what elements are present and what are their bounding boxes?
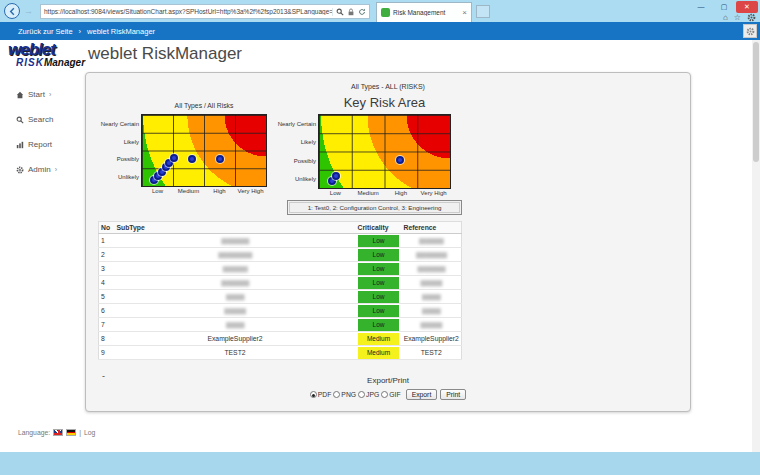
star-icon[interactable]: ☆ [734, 13, 741, 22]
page-title: weblet RiskManager [88, 44, 242, 64]
format-radio-pdf[interactable]: PDF [310, 391, 332, 398]
gear-icon [16, 166, 24, 174]
chevron-right-icon: › [49, 91, 51, 98]
criticality-badge: Medium [358, 347, 400, 359]
table-cell-value: ████████ [419, 238, 443, 244]
radio-icon[interactable] [381, 391, 388, 398]
print-button[interactable]: Print [440, 389, 466, 400]
refresh-icon[interactable] [358, 8, 366, 16]
address-bar[interactable]: https://localhost:9084/views/SituationCh… [40, 4, 370, 19]
close-button[interactable]: ✕ [736, 1, 758, 13]
browser-forward-button[interactable]: → [24, 6, 33, 16]
table-header-row: No SubType Criticality Reference [99, 222, 462, 234]
radio-icon[interactable] [333, 391, 340, 398]
chart-title-key-risk-area: Key Risk Area [318, 95, 451, 110]
x-axis-label: Low [152, 186, 163, 194]
table-row[interactable]: 8ExampleSupplier2MediumExampleSupplier2 [99, 332, 462, 346]
y-axis-label: Possibly [117, 156, 142, 162]
tab-favicon [381, 8, 390, 17]
criticality-badge: Low [358, 305, 400, 317]
maximize-button[interactable]: ▢ [713, 1, 735, 13]
format-label: PNG [341, 391, 356, 398]
gear-icon[interactable] [747, 13, 756, 22]
criticality-badge: Low [358, 319, 400, 331]
logo-manager: Manager [44, 57, 85, 68]
table-cell-value: 5 [101, 293, 105, 300]
criticality-badge: Low [358, 235, 400, 247]
format-label: PDF [318, 391, 332, 398]
format-radio-gif[interactable]: GIF [381, 391, 400, 398]
table-row[interactable]: 9TEST2MediumTEST2 [99, 346, 462, 360]
y-axis-label: Likely [301, 139, 319, 145]
scrollbar-thumb[interactable] [753, 42, 759, 162]
table-row[interactable]: 6███████Low██████ [99, 304, 462, 318]
search-icon[interactable] [336, 8, 344, 16]
table-row[interactable]: 5██████Low██████ [99, 290, 462, 304]
y-axis-label: Nearly Certain [278, 121, 319, 127]
german-flag-icon[interactable] [66, 429, 76, 436]
settings-button[interactable] [743, 24, 757, 38]
sidebar-item-label: Admin [28, 165, 51, 174]
browser-back-button[interactable] [4, 3, 20, 19]
page-scrollbar[interactable] [752, 40, 760, 452]
format-radio-jpg[interactable]: JPG [358, 391, 379, 398]
table-cell-value: █████████ [221, 280, 248, 286]
column-header-no: No [99, 222, 115, 234]
sidebar-item-start[interactable]: Start › [16, 90, 80, 99]
home-icon [16, 91, 24, 99]
table-cell-value: ██████ [226, 322, 244, 328]
new-tab-button[interactable] [476, 5, 490, 18]
table-row[interactable]: 2███████████Low██████████ [99, 248, 462, 262]
minimize-button[interactable]: — [690, 1, 712, 13]
risk-data-point[interactable] [188, 155, 196, 163]
risk-data-point[interactable] [216, 155, 224, 163]
criticality-badge: Low [358, 249, 400, 261]
criticality-badge: Low [358, 263, 400, 275]
criticality-badge: Medium [358, 333, 400, 345]
table-row[interactable]: 3████████Low█████████ [99, 262, 462, 276]
table-cell-value: ███████ [421, 280, 442, 286]
browser-tab[interactable]: Risk Management × [376, 2, 472, 22]
format-radio-png[interactable]: PNG [333, 391, 356, 398]
chart-title-all-types: All Types / All Risks [141, 102, 267, 109]
table-cell-value: ███████████ [218, 252, 251, 258]
risk-data-point[interactable] [170, 154, 178, 162]
back-to-site-link[interactable]: Zurück zur Seite [18, 27, 73, 36]
table-row[interactable]: 1█████████Low████████ [99, 234, 462, 248]
radio-icon[interactable] [358, 391, 365, 398]
export-controls: PDFPNGJPGGIF Export Print [86, 389, 690, 400]
tab-close-icon[interactable]: × [462, 9, 467, 17]
criticality-badge: Low [358, 277, 400, 289]
table-cell-value: ██████ [422, 308, 440, 314]
breadcrumb-app-name[interactable]: weblet RiskManager [87, 27, 155, 36]
table-row[interactable]: 7██████Low███████ [99, 318, 462, 332]
sidebar: Start › Search Report Admin › [16, 90, 80, 190]
sidebar-item-admin[interactable]: Admin › [16, 165, 80, 174]
uk-flag-icon[interactable] [53, 429, 63, 436]
table-cell-value: 1 [101, 237, 105, 244]
log-link[interactable]: Log [84, 429, 95, 436]
sidebar-item-label: Search [28, 115, 53, 124]
chart-legend: 1: Test0, 2: Configuration Control, 3: E… [287, 200, 462, 215]
table-cell-value: 6 [101, 307, 105, 314]
y-axis-label: Unlikely [118, 174, 142, 180]
format-label: GIF [389, 391, 400, 398]
home-icon[interactable]: ⌂ [723, 13, 728, 22]
risk-matrix-key-risk-area: Nearly CertainLikelyPossiblyUnlikelyLowM… [318, 114, 451, 189]
lock-icon [347, 8, 355, 16]
logo-risk: RISK [16, 57, 44, 68]
table-row[interactable]: 4█████████Low███████ [99, 276, 462, 290]
y-axis-label: Likely [124, 139, 142, 145]
sidebar-item-report[interactable]: Report [16, 140, 80, 149]
risk-data-point[interactable] [396, 156, 404, 164]
x-axis-label: Medium [357, 188, 378, 196]
risk-data-point[interactable] [332, 172, 340, 180]
x-axis-label: High [213, 186, 225, 194]
table-cell-value: 3 [101, 265, 105, 272]
table-cell-value: ExampleSupplier2 [207, 335, 262, 342]
report-icon [16, 141, 24, 149]
sidebar-item-search[interactable]: Search [16, 115, 80, 124]
export-button[interactable]: Export [406, 389, 438, 400]
table-cell-value: 4 [101, 279, 105, 286]
radio-icon[interactable] [310, 391, 317, 398]
